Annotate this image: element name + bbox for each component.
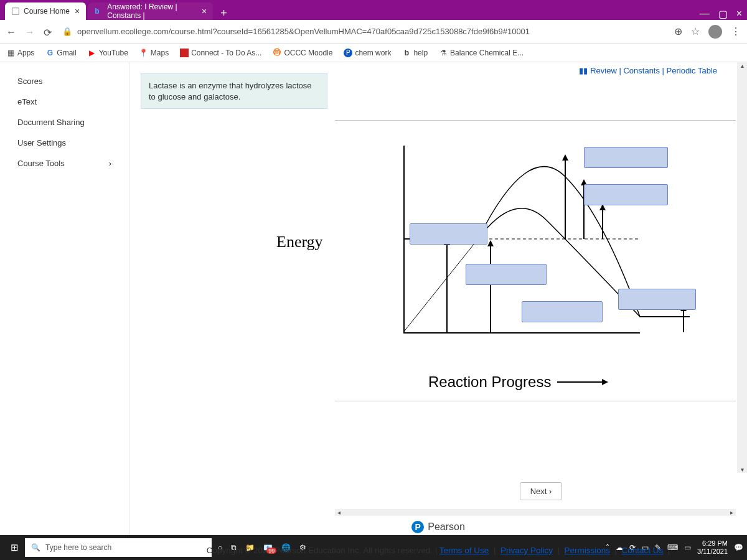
maximize-icon[interactable]: ▢ <box>718 8 728 20</box>
chevron-right-icon: › <box>549 487 552 496</box>
start-button[interactable]: ⊞ <box>4 542 25 553</box>
sidebar-item-coursetools[interactable]: Course Tools› <box>0 153 129 174</box>
next-button[interactable]: Next › <box>520 482 563 500</box>
link-terms[interactable]: Terms of Use <box>439 546 489 555</box>
footer-legal: Copyright © 2021 Pearson Education Inc. … <box>129 546 747 555</box>
sidebar-item-settings[interactable]: User Settings <box>0 133 129 153</box>
connect-icon <box>180 49 189 57</box>
pearson-icon: P <box>344 49 352 57</box>
star-icon[interactable]: ☆ <box>691 26 700 37</box>
link-privacy[interactable]: Privacy Policy <box>500 546 553 555</box>
flask-icon: ⚗ <box>439 49 448 57</box>
mail-icon[interactable]: 📧99 <box>263 543 273 552</box>
x-axis <box>403 332 640 334</box>
tab-label: Answered: I Review | Constants | <box>107 2 197 20</box>
page-body: Scores eText Document Sharing User Setti… <box>0 62 747 535</box>
x-axis-label: Reaction Progress <box>428 373 607 391</box>
sidebar-item-docsharing[interactable]: Document Sharing <box>0 112 129 133</box>
course-sidebar: Scores eText Document Sharing User Setti… <box>0 62 129 535</box>
vertical-scrollbar[interactable]: ▴▾ <box>737 62 747 473</box>
close-icon[interactable]: × <box>202 6 207 16</box>
tab-icon <box>11 7 20 16</box>
drag-slot[interactable] <box>466 264 547 285</box>
zoom-icon[interactable]: ⊕ <box>674 26 682 37</box>
address-bar: ← → ⟳ 🔒 openvellum.ecollege.com/course.h… <box>0 20 747 44</box>
drag-slot[interactable] <box>410 223 487 245</box>
moodle-icon: ⓜ <box>273 49 281 57</box>
youtube-icon: ▶ <box>88 49 96 57</box>
back-icon[interactable]: ← <box>6 27 16 37</box>
bartleby-icon: b <box>402 49 411 57</box>
close-icon[interactable]: × <box>75 6 80 16</box>
link-permissions[interactable]: Permissions <box>564 546 610 555</box>
pearson-brand: P Pearson <box>129 521 747 533</box>
new-tab-button[interactable]: + <box>215 7 232 20</box>
bookmark-help[interactable]: bhelp <box>402 49 428 57</box>
profile-icon[interactable] <box>708 25 722 39</box>
svg-marker-8 <box>562 154 568 161</box>
tab-course-home[interactable]: Course Home × <box>5 2 86 20</box>
question-hint: Lactase is an enzyme that hydrolyzes lac… <box>141 73 327 109</box>
drag-slot[interactable] <box>522 301 603 322</box>
sidebar-item-etext[interactable]: eText <box>0 91 129 112</box>
bookmark-maps[interactable]: 📍Maps <box>139 49 169 57</box>
forward-icon[interactable]: → <box>25 27 35 37</box>
pause-icon: ▮▮ <box>579 66 588 75</box>
lock-icon: 🔒 <box>62 27 72 36</box>
svg-line-2 <box>403 239 478 332</box>
apps-icon: ▦ <box>6 49 15 57</box>
menu-icon[interactable]: ⋮ <box>731 26 741 37</box>
minimize-icon[interactable]: — <box>700 8 710 20</box>
google-icon: G <box>45 49 54 57</box>
bookmark-gmail[interactable]: GGmail <box>45 49 76 57</box>
url-text: openvellum.ecollege.com/course.html?cour… <box>77 27 530 36</box>
horizontal-scrollbar[interactable]: ◂▸ <box>335 509 736 516</box>
url-input[interactable]: 🔒 openvellum.ecollege.com/course.html?co… <box>62 27 665 36</box>
close-window-icon[interactable]: × <box>736 8 742 20</box>
bookmark-moodle[interactable]: ⓜOCCC Moodle <box>273 49 332 57</box>
svg-marker-6 <box>487 240 494 246</box>
tab-bartleby[interactable]: b Answered: I Review | Constants | × <box>88 2 213 20</box>
window-controls: — ▢ × <box>700 8 742 20</box>
reload-icon[interactable]: ⟳ <box>44 27 54 37</box>
drag-slot[interactable] <box>618 289 696 310</box>
svg-rect-0 <box>12 8 19 15</box>
pearson-logo-icon: P <box>411 521 424 533</box>
main-content: ▴▾ ▮▮ Review | Constants | Periodic Tabl… <box>129 62 747 535</box>
divider <box>335 401 736 401</box>
tab-label: Course Home <box>24 7 70 16</box>
bookmark-connect[interactable]: Connect - To Do As... <box>180 49 261 57</box>
bookmark-youtube[interactable]: ▶YouTube <box>88 49 128 57</box>
bartleby-icon: b <box>95 7 103 16</box>
arrow-right-icon <box>557 381 607 383</box>
bookmarks-bar: ▦Apps GGmail ▶YouTube 📍Maps Connect - To… <box>0 44 747 62</box>
y-axis-label: Energy <box>276 233 323 251</box>
maps-icon: 📍 <box>139 49 148 57</box>
bookmark-chemwork[interactable]: Pchem work <box>344 49 391 57</box>
top-reference-links[interactable]: ▮▮ Review | Constants | Periodic Table <box>579 66 717 75</box>
apps-button[interactable]: ▦Apps <box>6 49 34 57</box>
drag-slot[interactable] <box>584 184 668 205</box>
drag-slot[interactable] <box>584 147 668 168</box>
browser-title-bar: Course Home × b Answered: I Review | Con… <box>0 0 747 20</box>
sidebar-item-scores[interactable]: Scores <box>0 71 129 91</box>
search-icon: 🔍 <box>31 543 40 552</box>
bookmark-balance[interactable]: ⚗Balance Chemical E... <box>439 49 524 57</box>
chevron-right-icon: › <box>109 159 111 168</box>
energy-diagram: Energy <box>335 120 736 363</box>
link-contact[interactable]: Contact Us <box>622 546 664 555</box>
